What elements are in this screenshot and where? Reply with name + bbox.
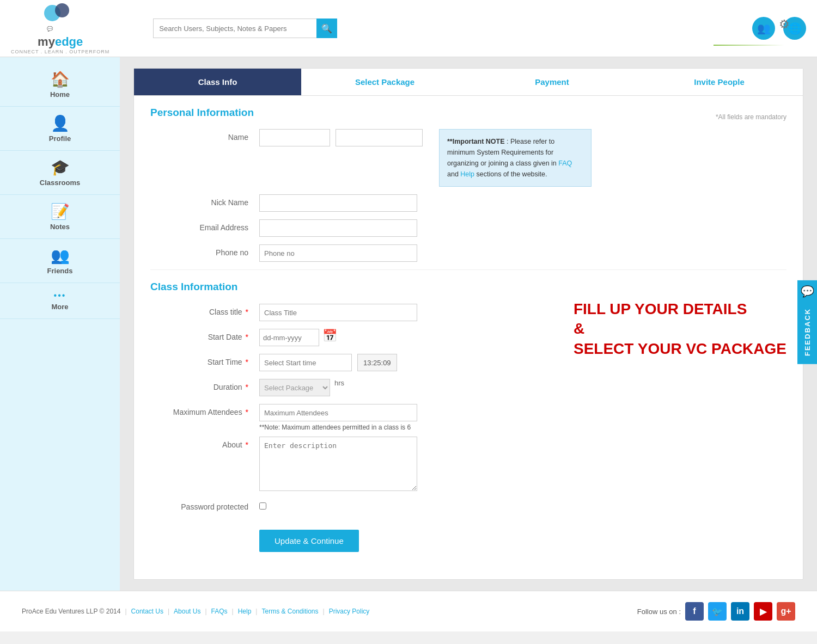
duration-row: Duration * Select Package 1 2 hrs [150,379,786,396]
tab-invite-people[interactable]: Invite People [636,69,803,95]
sidebar-label-classrooms: Classrooms [40,179,80,187]
sidebar-label-friends: Friends [47,267,73,275]
note-title: **Important NOTE [447,138,505,145]
duration-select[interactable]: Select Package 1 2 [259,379,330,396]
home-icon: 🏠 [51,70,70,88]
search-area: 🔍 [153,19,337,38]
sidebar-item-notes[interactable]: 📝 Notes [0,195,120,239]
footer-contact[interactable]: Contact Us [131,608,163,615]
search-input[interactable] [153,19,316,38]
tab-payment[interactable]: Payment [468,69,636,95]
search-button[interactable]: 🔍 [316,19,337,38]
max-attendees-row: Maximum Attendees * [150,404,786,421]
linkedin-button[interactable]: in [731,602,749,621]
section-divider [150,269,786,270]
logo-tagline: CONNECT . LEARN . OUTPERFORM [11,49,109,54]
max-attendees-input[interactable] [259,404,417,421]
logo-edge: edge [55,35,83,48]
about-row: About * [150,437,786,491]
sidebar: 🏠 Home 👤 Profile 🎓 Classrooms 📝 Notes 👥 … [0,57,120,591]
start-time-row: Start Time * 13:25:09 [150,354,786,371]
feedback-tab[interactable]: 💬 FEEDBACK [797,280,817,364]
last-name-input[interactable] [336,129,423,146]
max-attendees-label: Maximum Attendees * [150,404,259,416]
facebook-button[interactable]: f [685,602,704,621]
sidebar-label-notes: Notes [50,223,70,231]
start-date-label: Start Date * [150,329,259,341]
class-title-label: Class title * [150,304,259,316]
sidebar-item-more[interactable]: ••• More [0,283,120,319]
svg-text:💬: 💬 [47,26,53,32]
footer-right: Follow us on : f 🐦 in ▶ g+ [637,602,795,621]
important-note: **Important NOTE : Please refer to minim… [439,129,592,187]
feedback-chat-icon: 💬 [801,280,814,299]
profile-line [714,45,784,46]
form-container: Class Info Select Package Payment Invite… [133,68,803,580]
sidebar-label-profile: Profile [49,134,71,143]
footer-about[interactable]: About Us [174,608,200,615]
first-name-input[interactable] [259,129,330,146]
feedback-label: FEEDBACK [799,299,816,364]
googleplus-button[interactable]: g+ [777,602,795,621]
about-label: About * [150,437,259,449]
footer-faq[interactable]: FAQs [211,608,228,615]
about-textarea[interactable] [259,437,417,491]
main-wrapper: 🏠 Home 👤 Profile 🎓 Classrooms 📝 Notes 👥 … [0,57,817,591]
phone-label: Phone no [150,244,259,257]
sidebar-label-home: Home [50,90,70,99]
header: 💬 myedge CONNECT . LEARN . OUTPERFORM 🔍 … [0,0,817,57]
email-row: Email Address [150,219,786,237]
required-star-duration: * [246,383,248,391]
users-icon-button[interactable]: 👥 [752,17,775,40]
logo: 💬 myedge CONNECT . LEARN . OUTPERFORM [11,2,109,54]
help-link[interactable]: Help [460,170,474,178]
footer-privacy[interactable]: Privacy Policy [329,608,370,615]
required-star-date: * [246,333,248,341]
youtube-button[interactable]: ▶ [754,602,772,621]
footer-terms[interactable]: Terms & Conditions [261,608,318,615]
class-title-input[interactable] [259,304,417,321]
sidebar-item-classrooms[interactable]: 🎓 Classrooms [0,151,120,195]
footer-help[interactable]: Help [238,608,252,615]
twitter-button[interactable]: 🐦 [708,602,727,621]
start-date-row: Start Date * 📅 [150,329,786,346]
required-star: * [246,308,248,316]
profile-icon: 👤 [51,114,70,132]
email-label: Email Address [150,219,259,232]
form-content: Personal Information *All fields are man… [134,96,803,563]
svg-point-1 [55,3,69,17]
name-row: Name **Important NOTE : Please refer to … [150,129,786,187]
start-time-label: Start Time * [150,354,259,366]
required-star-about: * [246,440,248,449]
nickname-row: Nick Name [150,194,786,212]
gear-icon[interactable]: ⚙ [779,17,790,32]
logo-my: my [38,35,55,48]
friends-icon: 👥 [51,247,70,265]
hrs-label: hrs [334,379,344,387]
start-date-input[interactable] [259,329,319,346]
calendar-icon[interactable]: 📅 [322,329,337,343]
tab-select-package[interactable]: Select Package [301,69,468,95]
tab-class-info[interactable]: Class Info [134,69,301,95]
class-title-row: Class title * [150,304,786,321]
name-label: Name [150,129,259,142]
required-star-time: * [246,358,248,366]
update-continue-button[interactable]: Update & Continue [259,530,359,552]
password-checkbox[interactable] [259,502,266,510]
nickname-input[interactable] [259,194,417,212]
faq-link[interactable]: FAQ [558,160,572,167]
sidebar-item-home[interactable]: 🏠 Home [0,63,120,107]
required-star-attendees: * [246,408,248,416]
duration-label: Duration * [150,379,259,391]
footer: ProAce Edu Ventures LLP © 2014 | Contact… [0,591,817,631]
more-icon: ••• [54,291,66,300]
classrooms-icon: 🎓 [51,158,70,176]
sidebar-item-friends[interactable]: 👥 Friends [0,239,120,283]
sidebar-item-profile[interactable]: 👤 Profile [0,107,120,151]
notes-icon: 📝 [51,203,70,220]
current-time-display: 13:25:09 [357,354,397,371]
email-input[interactable] [259,219,417,237]
password-label: Password protected [150,499,259,511]
start-time-input[interactable] [259,354,352,371]
phone-input[interactable] [259,244,417,262]
